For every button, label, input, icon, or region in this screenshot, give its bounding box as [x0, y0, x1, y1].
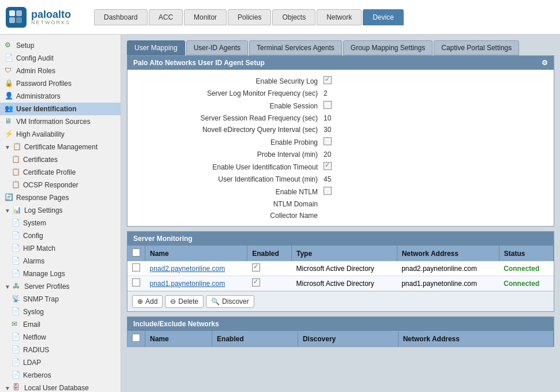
form-row-uid-timeout-enable: Enable User Identification Timeout: [139, 160, 542, 174]
cert-mgmt-toggle[interactable]: ▼: [5, 144, 10, 150]
sidebar-item-alarms[interactable]: 📄 Alarms: [0, 255, 121, 267]
col-network-address[interactable]: Network Address: [397, 246, 499, 261]
sidebar-item-admin-roles[interactable]: 🛡 Admin Roles: [0, 65, 121, 77]
log-settings-toggle[interactable]: ▼: [5, 208, 10, 214]
col-name[interactable]: Name: [145, 246, 247, 261]
sidebar-item-ldap[interactable]: 📄 LDAP: [0, 356, 121, 369]
ie-col-discovery[interactable]: Discovery: [298, 331, 398, 346]
sidebar-item-password-profiles[interactable]: 🔒 Password Profiles: [0, 77, 121, 90]
settings-gear-icon[interactable]: ⚙: [542, 59, 548, 67]
svg-rect-3: [16, 17, 22, 23]
nav-tab-acc[interactable]: ACC: [149, 9, 183, 25]
sidebar-item-kerberos[interactable]: 📄 Kerberos: [0, 369, 121, 382]
sidebar-item-ocsp-responder[interactable]: 📋 OCSP Responder: [0, 179, 121, 191]
sidebar-item-email[interactable]: ✉ Email: [0, 318, 121, 331]
label-enable-session: Enable Session: [139, 102, 324, 110]
sidebar: ⚙ Setup 📄 Config Audit 🛡 Admin Roles 🔒 P…: [0, 35, 121, 392]
sidebar-item-netflow[interactable]: 📄 Netflow: [0, 331, 121, 344]
sidebar-label-vm-info-sources: VM Information Sources: [16, 118, 91, 126]
col-check: [127, 246, 145, 261]
ldap-icon: 📄: [12, 358, 21, 367]
row1-enabled-check[interactable]: [252, 263, 260, 272]
delete-icon: ⊖: [170, 297, 176, 306]
col-type[interactable]: Type: [291, 246, 397, 261]
row1-name[interactable]: pnad2.paynetonline.com: [145, 261, 247, 276]
sidebar-label-cert-profile: Certificate Profile: [23, 168, 76, 176]
checkbox-security-log[interactable]: [324, 76, 332, 84]
nav-tab-policies[interactable]: Policies: [228, 9, 271, 25]
sidebar-item-system[interactable]: 📄 System: [0, 217, 121, 229]
sidebar-item-setup[interactable]: ⚙ Setup: [0, 39, 121, 52]
nav-tab-objects[interactable]: Objects: [272, 9, 315, 25]
sidebar-item-local-user-db[interactable]: ▼ 🗄 Local User Database: [0, 382, 121, 392]
row2-checkbox[interactable]: [132, 278, 140, 287]
tab-terminal-services[interactable]: Terminal Services Agents: [249, 40, 342, 55]
nav-tab-dashboard[interactable]: Dashboard: [94, 9, 148, 25]
sidebar-item-server-profiles[interactable]: ▼ 🖧 Server Profiles: [0, 280, 121, 293]
sidebar-label-ldap: LDAP: [23, 359, 41, 367]
row2-name[interactable]: pnad1.paynetonline.com: [145, 276, 247, 291]
sidebar-item-config[interactable]: 📄 Config: [0, 229, 121, 242]
sidebar-label-ocsp-responder: OCSP Responder: [23, 181, 78, 189]
delete-button[interactable]: ⊖ Delete: [165, 295, 204, 308]
row2-enabled-check[interactable]: [252, 278, 260, 287]
nav-tab-network[interactable]: Network: [317, 9, 362, 25]
server-monitoring-header: Server Monitoring: [127, 232, 554, 246]
col-enabled[interactable]: Enabled: [247, 246, 292, 261]
ie-col-name[interactable]: Name: [145, 331, 212, 346]
sidebar-item-certificates[interactable]: 📋 Certificates: [0, 153, 121, 166]
svg-rect-0: [9, 10, 15, 16]
discover-label: Discover: [222, 297, 249, 306]
cert-icon: 📋: [13, 142, 22, 152]
row2-status: Connected: [499, 276, 553, 291]
sidebar-item-cert-profile[interactable]: 📋 Certificate Profile: [0, 166, 121, 179]
sidebar-item-manage-logs[interactable]: 📄 Manage Logs: [0, 267, 121, 280]
add-button[interactable]: ⊕ Add: [132, 295, 163, 308]
ocsp-icon: 📋: [12, 180, 21, 190]
email-icon: ✉: [12, 320, 21, 329]
row1-type: Microsoft Active Directory: [291, 261, 397, 276]
sidebar-item-syslog[interactable]: 📄 Syslog: [0, 306, 121, 318]
ie-col-enabled[interactable]: Enabled: [212, 331, 298, 346]
sidebar-label-email: Email: [23, 321, 40, 329]
sidebar-item-response-pages[interactable]: 🔄 Response Pages: [0, 191, 121, 204]
checkbox-enable-session[interactable]: [324, 101, 332, 109]
value-edirectory: 30: [324, 126, 331, 134]
agent-setup-section: Palo Alto Networks User ID Agent Setup ⚙…: [127, 55, 554, 227]
ie-col-network-address[interactable]: Network Address: [398, 331, 553, 346]
local-user-db-toggle[interactable]: ▼: [5, 385, 10, 391]
col-status[interactable]: Status: [499, 246, 553, 261]
sidebar-item-administrators[interactable]: 👤 Administrators: [0, 90, 121, 103]
inner-tabs: User Mapping User-ID Agents Terminal Ser…: [127, 40, 554, 55]
sidebar-item-hip-match[interactable]: 📄 HIP Match: [0, 242, 121, 255]
ie-header-check[interactable]: [132, 334, 140, 342]
checkbox-enable-ntlm[interactable]: [324, 187, 332, 195]
sidebar-item-snmp-trap[interactable]: 📡 SNMP Trap: [0, 293, 121, 306]
row1-checkbox[interactable]: [132, 263, 140, 272]
tab-group-mapping[interactable]: Group Mapping Settings: [343, 40, 433, 55]
nav-tab-device[interactable]: Device: [363, 9, 404, 25]
row1-name-link[interactable]: pnad2.paynetonline.com: [150, 265, 225, 273]
tab-user-id-agents[interactable]: User-ID Agents: [186, 40, 248, 55]
form-row-enable-ntlm: Enable NTLM: [139, 185, 542, 198]
sidebar-item-high-availability[interactable]: ⚡ High Availability: [0, 128, 121, 141]
sidebar-item-log-settings[interactable]: ▼ 📊 Log Settings: [0, 204, 121, 217]
server-profiles-toggle[interactable]: ▼: [5, 284, 10, 290]
tab-captive-portal[interactable]: Captive Portal Settings: [434, 40, 519, 55]
checkbox-uid-timeout[interactable]: [324, 162, 332, 170]
value-log-freq: 2: [324, 89, 328, 97]
main-layout: ⚙ Setup 📄 Config Audit 🛡 Admin Roles 🔒 P…: [0, 35, 560, 392]
discover-button[interactable]: 🔍 Discover: [206, 295, 254, 308]
netflow-icon: 📄: [12, 333, 21, 342]
sidebar-item-cert-mgmt[interactable]: ▼ 📋 Certificate Management: [0, 141, 121, 153]
row2-name-link[interactable]: pnad1.paynetonline.com: [150, 280, 225, 288]
nav-tab-monitor[interactable]: Monitor: [184, 9, 227, 25]
sidebar-item-user-identification[interactable]: 👥 User Identification: [0, 103, 121, 115]
sidebar-item-config-audit[interactable]: 📄 Config Audit: [0, 52, 121, 65]
tab-user-mapping[interactable]: User Mapping: [127, 40, 185, 55]
header-check[interactable]: [132, 248, 140, 257]
sidebar-item-vm-info-sources[interactable]: 🖥 VM Information Sources: [0, 115, 121, 128]
sidebar-item-radius[interactable]: 📄 RADIUS: [0, 344, 121, 356]
checkbox-enable-probing[interactable]: [324, 137, 332, 145]
snmp-icon: 📡: [12, 295, 21, 304]
